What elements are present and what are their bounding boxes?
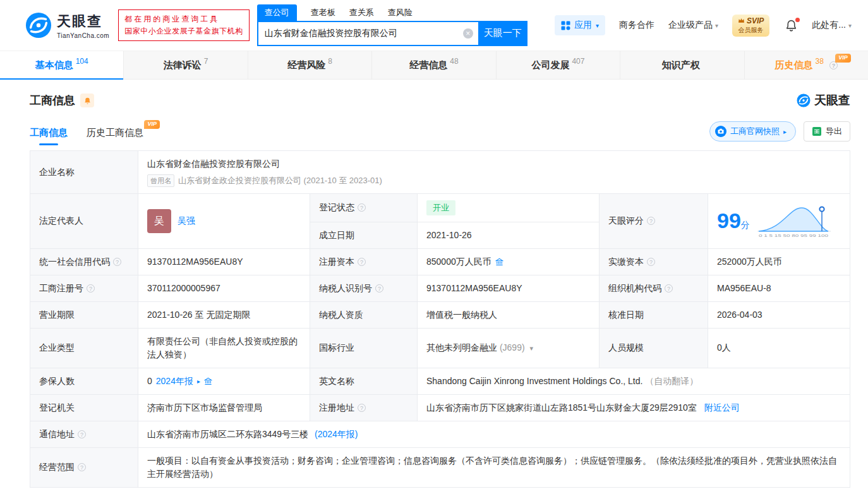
- subtab-business-info[interactable]: 工商信息: [30, 127, 68, 145]
- credit-code-label: 统一社会信用代码?: [30, 248, 138, 275]
- tab-label: 经营信息: [409, 59, 447, 71]
- tab-history-info[interactable]: VIP 历史信息 38 ?: [745, 51, 868, 79]
- capital-detail-bank-icon[interactable]: [495, 258, 503, 266]
- snapshot-label: 工商官网快照: [730, 126, 780, 137]
- chevron-down-icon[interactable]: ▾: [529, 344, 533, 352]
- tab-count: 38: [816, 57, 824, 66]
- tab-basic-info[interactable]: 基本信息 104: [0, 51, 124, 79]
- approval-date-cell: 2026-04-03: [708, 301, 850, 328]
- help-icon[interactable]: ?: [375, 284, 383, 293]
- approval-date-label: 核准日期: [600, 301, 708, 328]
- subtab-row: 工商信息 历史工商信息 VIP 工商官网快照 ▸ 导: [30, 121, 850, 145]
- tab-intellectual-property[interactable]: 知识产权: [620, 51, 744, 79]
- tab-count: 407: [572, 57, 584, 66]
- slogan-line1: 都在用的商业查询工具: [124, 13, 243, 25]
- table-row: 通信地址? 山东省济南市历城区二环东路3449号三楼 (2024年报): [30, 421, 850, 447]
- subscribe-bell-button[interactable]: [80, 94, 94, 107]
- help-icon[interactable]: ?: [113, 258, 121, 266]
- score-axis-labels: 0 1 5 15 50 80 95 99 100: [759, 234, 829, 238]
- help-icon[interactable]: ?: [358, 258, 366, 266]
- company-name: 山东省财金信融投资控股有限公司: [147, 157, 841, 171]
- assistant-menu[interactable]: 此处有... ▾: [812, 20, 852, 31]
- tianyancha-logo[interactable]: 天眼查 TianYanCha.com: [25, 12, 109, 39]
- help-icon[interactable]: ?: [358, 203, 366, 212]
- staff-size-cell: 0人: [708, 328, 850, 368]
- vip-badge: VIP: [144, 120, 160, 129]
- business-cooperation-link[interactable]: 商务合作: [619, 20, 654, 31]
- insured-cell: 0 2024年报 ▸: [138, 368, 310, 394]
- help-icon[interactable]: ?: [87, 284, 95, 293]
- annual-report-link[interactable]: 2024年报: [156, 375, 193, 388]
- avatar[interactable]: 吴: [147, 209, 171, 233]
- legal-rep-cell: 吴 吴强: [138, 194, 310, 249]
- help-icon[interactable]: ?: [647, 217, 655, 225]
- tab-label: 法律诉讼: [164, 59, 202, 71]
- tab-label: 历史信息: [775, 59, 813, 71]
- business-info-table: 企业名称 山东省财金信融投资控股有限公司 曾用名 山东省财金政企投资控股有限公司…: [30, 150, 850, 488]
- tianyancha-logo-icon: [797, 94, 811, 107]
- reg-capital-cell: 850000万人民币: [418, 248, 600, 275]
- paid-capital-cell: 252000万人民币: [708, 248, 850, 275]
- tab-label: 基本信息: [35, 59, 73, 71]
- former-name: 山东省财金政企投资控股有限公司 (2021-10 至 2023-01): [178, 174, 382, 187]
- annual-report-link[interactable]: (2024年报): [315, 429, 358, 439]
- search-tab-relation[interactable]: 查关系: [349, 7, 374, 21]
- subtab-history-business-info[interactable]: 历史工商信息 VIP: [87, 127, 143, 145]
- watermark-text: 天眼查: [814, 92, 850, 109]
- assistant-label: 此处有...: [812, 20, 846, 31]
- help-icon[interactable]: ?: [78, 430, 86, 438]
- legal-rep-link[interactable]: 吴强: [178, 214, 195, 227]
- credit-code-cell: 91370112MA956EAU8Y: [138, 248, 310, 275]
- tab-company-development[interactable]: 公司发展 407: [497, 51, 620, 79]
- subtab-label: 历史工商信息: [87, 127, 143, 138]
- logo-title: 天眼查: [57, 12, 109, 31]
- search-input-wrap: ×: [257, 21, 478, 46]
- industry-code: (J699): [500, 342, 525, 353]
- tab-label: 经营风险: [287, 59, 325, 71]
- help-icon[interactable]: ?: [358, 404, 366, 412]
- score-widget[interactable]: 99分 0 1 5 15 50 80 95 99 100: [717, 203, 841, 239]
- help-icon[interactable]: ?: [647, 258, 655, 266]
- notifications-bell[interactable]: [785, 19, 798, 32]
- legal-rep-label: 法定代表人: [30, 194, 138, 249]
- table-row: 参保人数 0 2024年报 ▸ 英文名称 Shandong Caijin Xin…: [30, 368, 850, 394]
- main-content: 工商信息 天眼查 工商信息 历史工商信息 VIP: [0, 92, 868, 488]
- nearby-companies-link[interactable]: 附近公司: [704, 402, 740, 413]
- business-term-cell: 2021-10-26 至 无固定期限: [138, 301, 310, 328]
- tab-count: 8: [328, 57, 332, 66]
- top-header: 天眼查 TianYanCha.com 都在用的商业查询工具 国家中小企业发展子基…: [0, 0, 868, 51]
- search-tab-boss[interactable]: 查老板: [311, 7, 335, 21]
- tab-legal-proceedings[interactable]: 法律诉讼 7: [124, 51, 248, 79]
- caret-down-icon: ▾: [848, 22, 852, 29]
- section-header: 工商信息 天眼查: [30, 92, 850, 109]
- search-tab-company[interactable]: 查公司: [257, 4, 297, 21]
- search-button[interactable]: 天眼一下: [478, 21, 527, 46]
- score-value: 99: [717, 208, 741, 232]
- insured-detail-bank-icon[interactable]: [204, 377, 212, 385]
- company-name-label: 企业名称: [30, 151, 138, 194]
- apps-menu[interactable]: 应用 ▾: [555, 15, 605, 35]
- export-button[interactable]: 导出: [804, 121, 850, 142]
- search-input[interactable]: [258, 22, 478, 45]
- business-scope-cell: 一般项目：以自有资金从事投资活动；财务咨询；企业管理咨询；信息咨询服务（不含许可…: [138, 447, 850, 487]
- taxpayer-id-label: 纳税人识别号?: [310, 275, 418, 301]
- svip-member-badge[interactable]: SVIP 会员服务: [732, 15, 769, 37]
- english-name-cell: Shandong Caijin Xinrong Investment Holdi…: [418, 368, 850, 394]
- official-snapshot-button[interactable]: 工商官网快照 ▸: [709, 121, 796, 142]
- logo-subtitle: TianYanCha.com: [57, 32, 109, 39]
- caret-down-icon: ▾: [596, 22, 599, 29]
- tab-operation-info[interactable]: 经营信息 48: [372, 51, 496, 79]
- tab-operation-risk[interactable]: 经营风险 8: [248, 51, 372, 79]
- camera-icon: [715, 126, 726, 137]
- table-row: 企业名称 山东省财金信融投资控股有限公司 曾用名 山东省财金政企投资控股有限公司…: [30, 151, 850, 194]
- help-icon[interactable]: ?: [665, 284, 673, 293]
- enterprise-product-menu[interactable]: 企业级产品 ▾: [668, 20, 718, 31]
- reg-address-label: 注册地址?: [310, 394, 418, 421]
- help-icon[interactable]: ?: [78, 463, 86, 471]
- clear-icon[interactable]: ×: [463, 28, 473, 39]
- insured-label: 参保人数: [30, 368, 138, 394]
- score-cell: 99分 0 1 5 15 50 80 95 99 100: [708, 194, 850, 249]
- status-badge: 开业: [426, 200, 455, 215]
- search-tab-risk[interactable]: 查风险: [388, 7, 413, 21]
- table-row: 登记机关 济南市历下区市场监督管理局 注册地址? 山东省济南市历下区姚家街道山左…: [30, 394, 850, 421]
